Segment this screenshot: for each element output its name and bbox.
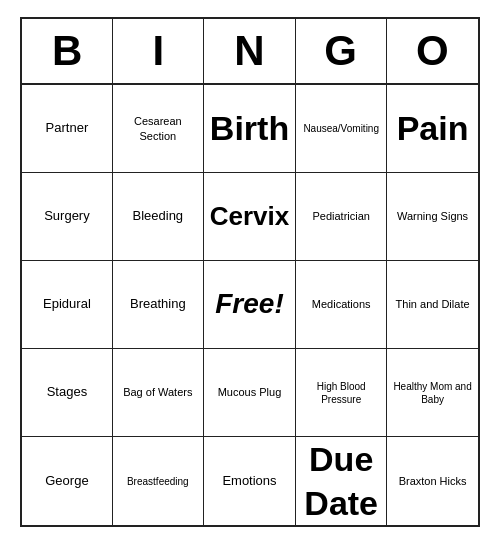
bingo-cell-12: Free! bbox=[204, 261, 297, 349]
bingo-cell-21: Breastfeeding bbox=[113, 437, 204, 525]
bingo-cell-0: Partner bbox=[22, 85, 113, 173]
bingo-cell-18: High Blood Pressure bbox=[296, 349, 387, 437]
bingo-cell-3: Nausea/Vomiting bbox=[296, 85, 387, 173]
bingo-cell-1: Cesarean Section bbox=[113, 85, 204, 173]
bingo-cell-13: Medications bbox=[296, 261, 387, 349]
bingo-cell-5: Surgery bbox=[22, 173, 113, 261]
bingo-header: BINGO bbox=[22, 19, 478, 85]
bingo-cell-11: Breathing bbox=[113, 261, 204, 349]
bingo-cell-2: Birth bbox=[204, 85, 297, 173]
bingo-cell-24: Braxton Hicks bbox=[387, 437, 478, 525]
bingo-cell-6: Bleeding bbox=[113, 173, 204, 261]
bingo-cell-8: Pediatrician bbox=[296, 173, 387, 261]
bingo-grid: PartnerCesarean SectionBirthNausea/Vomit… bbox=[22, 85, 478, 525]
bingo-letter-o: O bbox=[387, 19, 478, 83]
bingo-cell-4: Pain bbox=[387, 85, 478, 173]
bingo-cell-15: Stages bbox=[22, 349, 113, 437]
bingo-cell-22: Emotions bbox=[204, 437, 297, 525]
bingo-cell-17: Mucous Plug bbox=[204, 349, 297, 437]
bingo-cell-23: Due Date bbox=[296, 437, 387, 525]
bingo-card: BINGO PartnerCesarean SectionBirthNausea… bbox=[20, 17, 480, 527]
bingo-letter-n: N bbox=[204, 19, 295, 83]
bingo-letter-i: I bbox=[113, 19, 204, 83]
bingo-cell-10: Epidural bbox=[22, 261, 113, 349]
bingo-cell-9: Warning Signs bbox=[387, 173, 478, 261]
bingo-letter-b: B bbox=[22, 19, 113, 83]
bingo-cell-7: Cervix bbox=[204, 173, 297, 261]
bingo-cell-20: George bbox=[22, 437, 113, 525]
bingo-letter-g: G bbox=[296, 19, 387, 83]
bingo-cell-19: Healthy Mom and Baby bbox=[387, 349, 478, 437]
bingo-cell-14: Thin and Dilate bbox=[387, 261, 478, 349]
bingo-cell-16: Bag of Waters bbox=[113, 349, 204, 437]
